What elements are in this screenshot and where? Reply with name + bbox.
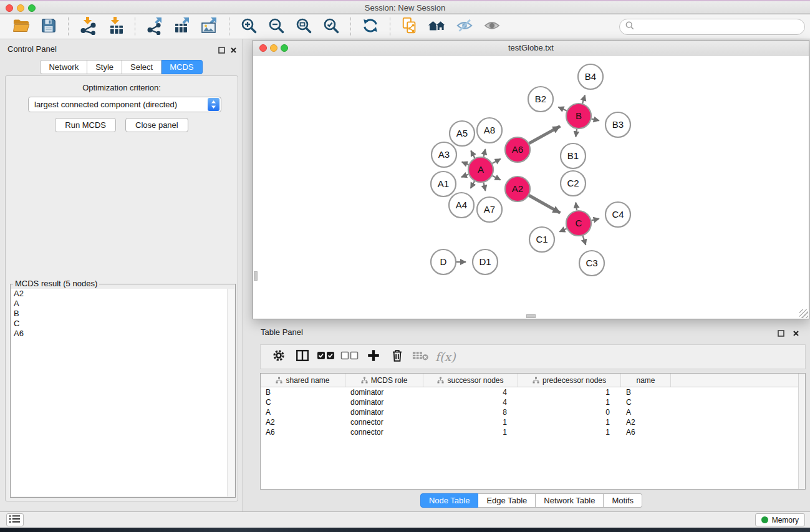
network-edge-A6-B[interactable] xyxy=(529,126,560,143)
search-field[interactable] xyxy=(619,19,805,35)
mcds-result-list[interactable]: A2ABCA6 xyxy=(11,289,234,496)
delete-entry-button[interactable] xyxy=(388,347,407,366)
network-node-A7[interactable]: A7 xyxy=(477,197,502,222)
network-node-A[interactable]: A xyxy=(468,157,493,182)
network-node-B4[interactable]: B4 xyxy=(578,64,603,89)
tab-select[interactable]: Select xyxy=(122,60,162,74)
network-node-A4[interactable]: A4 xyxy=(449,193,474,218)
network-vertical-scroll-nub[interactable] xyxy=(254,271,258,281)
network-edge-B-B4[interactable] xyxy=(582,95,585,104)
tab-motifs[interactable]: Motifs xyxy=(604,493,642,508)
hide-selected-button[interactable] xyxy=(454,17,475,37)
tab-mcds[interactable]: MCDS xyxy=(162,60,202,74)
network-horizontal-scroll-nub[interactable] xyxy=(526,314,536,318)
network-node-D1[interactable]: D1 xyxy=(473,249,498,274)
export-network-button[interactable] xyxy=(144,17,165,37)
mcds-result-scrollbar[interactable] xyxy=(227,289,234,496)
network-edge-A2-C[interactable] xyxy=(529,195,560,213)
table-cell: B xyxy=(261,387,345,397)
network-edge-A-A8[interactable] xyxy=(484,149,486,157)
close-panel-icon[interactable] xyxy=(230,45,237,56)
show-all-button[interactable] xyxy=(481,17,503,37)
network-edge-A-A4[interactable] xyxy=(471,181,475,188)
table-row[interactable]: Cdominator41C xyxy=(261,397,805,407)
zoom-out-button[interactable] xyxy=(266,17,287,37)
table-scrollbar[interactable] xyxy=(798,374,805,489)
table-row[interactable]: Adominator80A xyxy=(261,407,805,417)
network-node-C[interactable]: C xyxy=(566,211,591,236)
network-canvas[interactable]: AA1A2A3A4A5A6A7A8BB1B2B3B4CC1C2C3C4DD1 xyxy=(253,56,809,319)
table-settings-button[interactable] xyxy=(269,347,288,366)
tab-style[interactable]: Style xyxy=(87,60,122,74)
network-edge-C-C4[interactable] xyxy=(591,219,599,221)
network-edge-C-C1[interactable] xyxy=(559,228,566,231)
network-edge-C-C3[interactable] xyxy=(583,236,586,245)
network-node-B[interactable]: B xyxy=(566,104,591,128)
network-edge-A-A2[interactable] xyxy=(493,176,501,180)
network-node-B1[interactable]: B1 xyxy=(561,143,586,168)
close-panel-button[interactable]: Close panel xyxy=(125,118,188,132)
network-edge-A-A6[interactable] xyxy=(492,159,500,163)
network-node-A2[interactable]: A2 xyxy=(505,177,530,201)
select-all-button[interactable] xyxy=(317,347,335,366)
tab-network[interactable]: Network xyxy=(40,60,87,74)
network-node-C4[interactable]: C4 xyxy=(605,202,630,227)
zoom-fit-button[interactable] xyxy=(293,17,314,37)
refresh-view-button[interactable] xyxy=(360,17,381,37)
network-node-A6[interactable]: A6 xyxy=(505,137,530,162)
network-window-titlebar[interactable]: testGlobe.txt xyxy=(253,41,809,56)
network-node-C3[interactable]: C3 xyxy=(579,251,604,276)
column-header-mcds-role[interactable]: MCDS role xyxy=(345,374,423,387)
network-node-C2[interactable]: C2 xyxy=(561,171,586,196)
table-row[interactable]: A6connector11A6 xyxy=(261,427,805,437)
zoom-in-button[interactable] xyxy=(238,17,259,37)
run-mcds-button[interactable]: Run MCDS xyxy=(55,118,116,132)
zoom-selected-button[interactable] xyxy=(321,17,342,37)
network-edge-A-A7[interactable] xyxy=(483,183,485,191)
resize-grip[interactable] xyxy=(799,309,808,318)
network-node-C1[interactable]: C1 xyxy=(529,227,554,252)
network-edge-B-B1[interactable] xyxy=(576,129,577,137)
memory-button[interactable]: Memory xyxy=(755,513,805,526)
criterion-dropdown[interactable]: largest connected component (directed) xyxy=(28,97,221,112)
tab-edge-table[interactable]: Edge Table xyxy=(478,493,536,508)
network-edge-B-B3[interactable] xyxy=(591,119,599,121)
save-session-button[interactable] xyxy=(38,17,59,37)
network-node-A1[interactable]: A1 xyxy=(431,172,456,196)
task-history-button[interactable] xyxy=(6,513,24,526)
network-edge-C-C2[interactable] xyxy=(576,203,577,211)
column-header-successor-nodes[interactable]: successor nodes xyxy=(423,374,518,387)
column-header-predecessor-nodes[interactable]: predecessor nodes xyxy=(518,374,621,387)
network-node-A8[interactable]: A8 xyxy=(477,118,502,143)
float-panel-icon[interactable] xyxy=(218,45,225,56)
network-edge-A-A5[interactable] xyxy=(471,151,475,158)
deselect-all-button[interactable] xyxy=(340,347,359,366)
export-image-button[interactable] xyxy=(199,17,220,37)
open-session-button[interactable] xyxy=(11,17,32,37)
network-node-A3[interactable]: A3 xyxy=(432,142,456,167)
svg-text:A3: A3 xyxy=(438,149,450,160)
import-network-button[interactable] xyxy=(77,17,99,37)
network-edge-B-B2[interactable] xyxy=(558,107,566,111)
column-header-shared-name[interactable]: shared name xyxy=(261,374,345,387)
new-network-from-selection-button[interactable] xyxy=(399,17,420,37)
network-edge-A-A3[interactable] xyxy=(462,162,469,165)
export-table-button[interactable] xyxy=(171,17,193,37)
table-panel-float-icon[interactable] xyxy=(778,328,784,339)
first-neighbors-button[interactable] xyxy=(427,17,448,37)
network-edge-A-A1[interactable] xyxy=(461,175,468,177)
network-node-B3[interactable]: B3 xyxy=(605,112,630,137)
add-entry-button[interactable] xyxy=(364,347,383,366)
import-table-button[interactable] xyxy=(105,17,126,37)
column-selector-button[interactable] xyxy=(293,347,312,366)
table-panel-close-icon[interactable] xyxy=(793,328,799,339)
search-input[interactable] xyxy=(637,22,799,32)
column-header-name[interactable]: name xyxy=(621,374,671,387)
tab-network-table[interactable]: Network Table xyxy=(536,493,604,508)
network-node-A5[interactable]: A5 xyxy=(450,121,475,146)
table-row[interactable]: Bdominator41B xyxy=(261,387,805,397)
tab-node-table[interactable]: Node Table xyxy=(420,493,479,508)
network-node-D[interactable]: D xyxy=(431,249,456,274)
network-node-B2[interactable]: B2 xyxy=(528,87,553,112)
table-row[interactable]: A2connector11A2 xyxy=(261,417,805,427)
